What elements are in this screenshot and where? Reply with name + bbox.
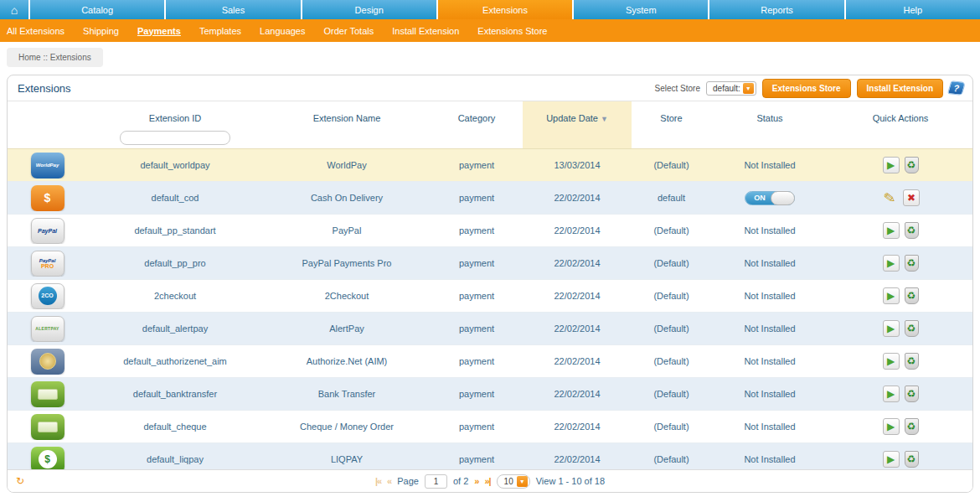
uninstall-recycle-bin-icon[interactable]: ♻ (905, 386, 919, 402)
tab-design[interactable]: Design (302, 0, 436, 19)
tab-system[interactable]: System (574, 0, 708, 19)
last-page-icon[interactable]: »| (484, 476, 490, 486)
col-store[interactable]: Store (632, 106, 711, 123)
install-play-icon[interactable]: ▶ (883, 222, 900, 239)
subnav-item-templates[interactable]: Templates (199, 26, 241, 36)
extension-id-cell: default_cod (87, 193, 263, 203)
extension-name-cell: Cash On Delivery (263, 193, 431, 203)
extension-id-cell: 2checkout (87, 291, 263, 301)
update-date-cell: 22/02/2014 (523, 291, 632, 301)
next-page-icon[interactable]: » (474, 476, 478, 486)
tab-extensions[interactable]: Extensions (438, 0, 572, 19)
page-number-input[interactable] (425, 474, 447, 489)
first-page-icon[interactable]: |« (375, 476, 381, 486)
install-play-icon[interactable]: ▶ (883, 386, 900, 402)
uninstall-recycle-bin-icon[interactable]: ♻ (905, 451, 919, 468)
quick-actions-cell: ▶♻ (828, 386, 972, 402)
store-cell: (Default) (632, 422, 711, 432)
install-play-icon[interactable]: ▶ (883, 353, 900, 370)
paypal-icon: PayPal (31, 218, 64, 244)
extension-id-cell: default_pp_pro (87, 258, 263, 268)
table-row[interactable]: default_banktransfer Bank Transfer payme… (8, 377, 972, 410)
status-text: Not Installed (744, 258, 795, 268)
uninstall-recycle-bin-icon[interactable]: ♻ (905, 353, 919, 370)
category-cell: payment (431, 225, 523, 235)
subnav-item-install-extension[interactable]: Install Extension (392, 26, 459, 36)
table-row[interactable]: 2CO 2checkout 2Checkout payment 22/02/20… (8, 279, 972, 312)
install-play-icon[interactable]: ▶ (883, 255, 900, 272)
quick-actions-cell: ▶♻ (828, 287, 972, 304)
table-row[interactable]: $ default_cod Cash On Delivery payment 2… (8, 181, 972, 214)
table-row[interactable]: WorldPay default_worldpay WorldPay payme… (8, 148, 972, 181)
col-extension-name[interactable]: Extension Name (263, 106, 431, 123)
status-cell: Not Installed (711, 258, 828, 268)
subnav-item-languages[interactable]: Languages (260, 26, 305, 36)
store-cell: default (632, 193, 711, 203)
uninstall-recycle-bin-icon[interactable]: ♻ (905, 157, 919, 173)
subnav-item-payments[interactable]: Payments (137, 26, 181, 36)
page-title: Extensions (18, 82, 71, 95)
view-range-label: View 1 - 10 of 18 (536, 476, 605, 486)
extension-id-filter-input[interactable] (120, 131, 230, 145)
table-row[interactable]: ALERTPAY default_alertpay AlertPay payme… (8, 312, 972, 344)
subnav-item-order-totals[interactable]: Order Totals (324, 26, 374, 36)
status-toggle[interactable]: ON (745, 191, 795, 205)
per-page-select[interactable]: 10 ▾ (497, 474, 530, 489)
authorizenet-icon (31, 349, 64, 375)
store-select[interactable]: default: ▾ (706, 81, 756, 96)
page-label: Page (397, 476, 419, 486)
update-date-cell: 13/03/2014 (523, 160, 632, 170)
update-date-cell: 22/02/2014 (523, 454, 632, 464)
tab-reports[interactable]: Reports (709, 0, 843, 19)
uninstall-recycle-bin-icon[interactable]: ♻ (905, 418, 919, 435)
sub-nav: All ExtensionsShippingPaymentsTemplatesL… (0, 19, 980, 42)
worldpay-icon: WorldPay (31, 153, 64, 179)
col-extension-id[interactable]: Extension ID (87, 106, 263, 123)
install-extension-button[interactable]: Install Extension (857, 79, 943, 98)
subnav-item-all-extensions[interactable]: All Extensions (7, 26, 64, 36)
store-cell: (Default) (632, 291, 711, 301)
subnav-item-extensions-store[interactable]: Extensions Store (477, 26, 547, 36)
panel-header: Extensions Select Store default: ▾ Exten… (8, 75, 972, 101)
category-cell: payment (431, 422, 523, 432)
uninstall-recycle-bin-icon[interactable]: ♻ (905, 222, 919, 239)
col-category[interactable]: Category (431, 106, 523, 123)
update-date-cell: 22/02/2014 (523, 389, 632, 399)
tab-catalog[interactable]: Catalog (30, 0, 164, 19)
table-row[interactable]: PayPal default_pp_standart PayPal paymen… (8, 214, 972, 246)
extension-id-cell: default_authorizenet_aim (87, 356, 263, 366)
breadcrumb[interactable]: Home :: Extensions (7, 48, 103, 67)
cheque-icon (31, 414, 64, 440)
extensions-store-button[interactable]: Extensions Store (762, 79, 851, 98)
install-play-icon[interactable]: ▶ (883, 157, 900, 173)
uninstall-recycle-bin-icon[interactable]: ♻ (905, 255, 919, 272)
store-cell: (Default) (632, 323, 711, 334)
table-row[interactable]: default_authorizenet_aim Authorize.Net (… (8, 344, 972, 377)
home-tab[interactable]: ⌂ (0, 0, 28, 19)
liqpay-icon: $ (31, 447, 64, 473)
install-play-icon[interactable]: ▶ (883, 418, 900, 435)
help-book-icon[interactable]: ? (947, 80, 966, 96)
extensions-panel: Extensions Select Store default: ▾ Exten… (7, 75, 973, 493)
status-text: Not Installed (744, 323, 795, 334)
tab-help[interactable]: Help (846, 0, 980, 19)
tab-sales[interactable]: Sales (166, 0, 300, 19)
table-row[interactable]: PayPalPRO default_pp_pro PayPal Payments… (8, 246, 972, 279)
install-play-icon[interactable]: ▶ (883, 451, 900, 468)
extension-id-cell: default_alertpay (87, 323, 263, 334)
quick-actions-cell: ✎✖ (828, 189, 972, 206)
install-play-icon[interactable]: ▶ (883, 320, 900, 337)
refresh-icon[interactable]: ↻ (16, 475, 24, 487)
subnav-item-shipping[interactable]: Shipping (83, 26, 119, 36)
prev-page-icon[interactable]: « (387, 476, 391, 486)
col-update-date[interactable]: Update Date▼ (523, 106, 632, 123)
table-row[interactable]: default_cheque Cheque / Money Order paym… (8, 410, 972, 442)
col-status[interactable]: Status (711, 106, 828, 123)
uninstall-recycle-bin-icon[interactable]: ♻ (905, 320, 919, 337)
install-play-icon[interactable]: ▶ (883, 287, 900, 304)
uninstall-recycle-bin-icon[interactable]: ♻ (905, 287, 919, 304)
per-page-value: 10 (504, 477, 513, 486)
store-cell: (Default) (632, 258, 711, 268)
delete-icon[interactable]: ✖ (903, 189, 920, 206)
edit-icon[interactable]: ✎ (880, 189, 900, 206)
